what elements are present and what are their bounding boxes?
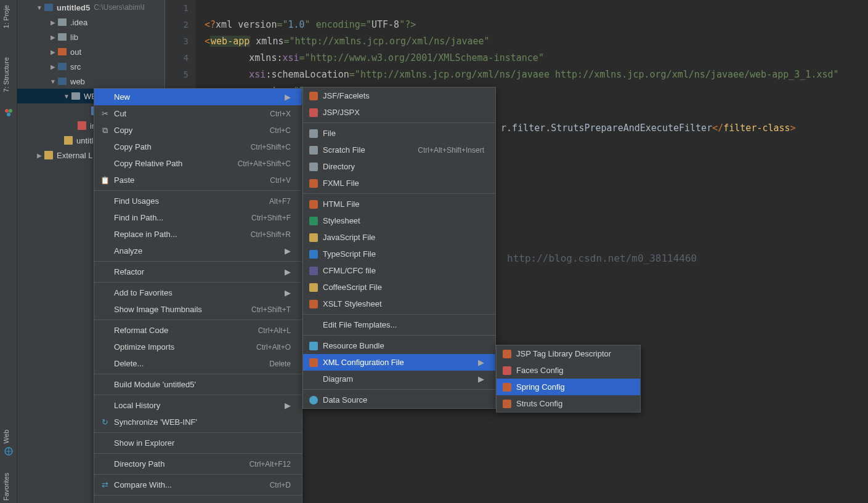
ib-cf-icon <box>308 266 319 276</box>
new-menu-item-file[interactable]: File <box>303 125 495 142</box>
tool-tab-structure[interactable]: 7: Structure <box>0 52 12 97</box>
new-menu-item-xslt-stylesheet[interactable]: XSLT Stylesheet <box>303 296 495 312</box>
new-menu-item-jsp-jspx[interactable]: JSP/JSPX <box>303 104 495 121</box>
tree-label: .idea <box>70 18 87 27</box>
main-menu-item-refactor[interactable]: Refactor▶ <box>94 264 302 280</box>
menu-item-label: Reformat Code <box>114 326 258 335</box>
new-menu-item-diagram[interactable]: Diagram▶ <box>303 371 495 387</box>
main-menu-item-add-to-favorites[interactable]: Add to Favorites▶ <box>94 284 302 301</box>
expand-icon[interactable] <box>63 93 70 100</box>
main-menu-item-find-usages[interactable]: Find UsagesAlt+F7 <box>94 193 302 209</box>
new-menu-item-scratch-file[interactable]: Scratch FileCtrl+Alt+Shift+Insert <box>303 142 495 158</box>
tool-tab-project[interactable]: 1: Proje <box>0 0 12 33</box>
main-menu-item-copy-path[interactable]: Copy PathCtrl+Shift+C <box>94 139 302 155</box>
xmlcfg-menu-item-jsp-tag-library-descriptor[interactable]: JSP Tag Library Descriptor <box>497 345 640 362</box>
menu-item-label: Compare With... <box>114 480 270 489</box>
main-menu-item-optimize-imports[interactable]: Optimize ImportsCtrl+Alt+O <box>94 339 302 355</box>
menu-item-label: JSP/JSPX <box>323 108 484 117</box>
ib-xml-icon <box>501 382 513 392</box>
menu-shortcut: Ctrl+Alt+Shift+Insert <box>418 146 484 155</box>
expand-icon[interactable] <box>49 49 57 55</box>
tree-web[interactable]: web <box>17 74 164 89</box>
folder-icon <box>58 63 67 70</box>
menu-item-label: JavaScript File <box>323 233 484 242</box>
main-menu-item-local-history[interactable]: Local History▶ <box>94 397 302 414</box>
new-menu-item-typescript-file[interactable]: TypeScript File <box>303 246 495 262</box>
menu-item-label: Local History <box>114 401 280 410</box>
main-menu-item-show-image-thumbnails[interactable]: Show Image ThumbnailsCtrl+Shift+T <box>94 301 302 318</box>
main-menu-item-paste[interactable]: 📋PasteCtrl+V <box>94 172 302 188</box>
new-menu-item-data-source[interactable]: Data Source <box>303 392 495 408</box>
blank-icon <box>308 374 319 384</box>
new-menu-item-cfml-cfc-file[interactable]: CFML/CFC file <box>303 262 495 279</box>
folder-icon <box>58 33 67 41</box>
blank-icon <box>99 359 110 369</box>
main-menu-item-compare-with[interactable]: ⇄Compare With...Ctrl+D <box>94 477 302 493</box>
main-menu-item-synchronize-web-inf[interactable]: ↻Synchronize 'WEB-INF' <box>94 414 302 430</box>
main-menu-item-new[interactable]: New▶ <box>94 89 302 105</box>
main-menu-item-mark-directory-as[interactable]: Mark Directory as▶ <box>94 497 302 503</box>
menu-shortcut: Ctrl+C <box>270 126 291 135</box>
expand-icon[interactable] <box>49 63 57 70</box>
new-menu-item-stylesheet[interactable]: Stylesheet <box>303 212 495 229</box>
menu-item-label: Edit File Templates... <box>323 320 484 329</box>
tree-idea[interactable]: .idea <box>17 15 164 30</box>
main-menu-item-show-in-explorer[interactable]: Show in Explorer <box>94 435 302 451</box>
ib-gray-icon <box>308 162 319 172</box>
main-menu-item-copy[interactable]: ⧉CopyCtrl+C <box>94 122 302 139</box>
main-menu-item-directory-path[interactable]: Directory PathCtrl+Alt+F12 <box>94 456 302 472</box>
module-icon <box>44 4 53 11</box>
tree-label: lib <box>70 33 78 42</box>
tool-tab-web[interactable]: Web <box>0 425 12 448</box>
xmlcfg-menu-item-struts-config[interactable]: Struts Config <box>497 395 640 412</box>
folder-icon <box>58 78 67 85</box>
tree-root[interactable]: untitled5 C:\Users\abim\I <box>17 0 164 15</box>
menu-item-label: FXML File <box>323 179 484 188</box>
line-number: 2 <box>165 17 189 33</box>
svg-point-0 <box>5 109 9 113</box>
library-icon <box>44 151 53 159</box>
tree-out[interactable]: out <box>17 44 164 59</box>
new-menu-item-jsf-facelets[interactable]: JSF/Facelets <box>303 87 495 104</box>
new-menu-item-fxml-file[interactable]: FXML File <box>303 175 495 191</box>
new-menu-item-resource-bundle[interactable]: Resource Bundle <box>303 337 495 354</box>
new-menu-item-coffeescript-file[interactable]: CoffeeScript File <box>303 279 495 296</box>
main-menu-item-copy-relative-path[interactable]: Copy Relative PathCtrl+Alt+Shift+C <box>94 155 302 172</box>
submenu-arrow-icon: ▶ <box>478 374 484 384</box>
menu-item-label: XML Configuration File <box>323 358 473 367</box>
new-menu-item-xml-configuration-file[interactable]: XML Configuration File▶ <box>303 354 495 371</box>
expand-icon[interactable] <box>49 34 57 41</box>
new-menu-item-javascript-file[interactable]: JavaScript File <box>303 229 495 246</box>
tree-lib[interactable]: lib <box>17 30 164 44</box>
expand-icon[interactable] <box>49 19 57 26</box>
expand-icon[interactable] <box>36 152 43 159</box>
main-menu-item-cut[interactable]: ✂CutCtrl+X <box>94 105 302 122</box>
new-menu-item-edit-file-templates[interactable]: Edit File Templates... <box>303 316 495 333</box>
new-menu-item-directory[interactable]: Directory <box>303 158 495 175</box>
tool-tab-favorites[interactable]: Favorites <box>0 468 12 503</box>
expand-icon[interactable] <box>36 4 43 11</box>
menu-separator <box>303 335 495 336</box>
menu-item-label: Build Module 'untitled5' <box>114 380 291 389</box>
new-menu-item-html-file[interactable]: HTML File <box>303 196 495 212</box>
main-menu-item-build-module-untitled5[interactable]: Build Module 'untitled5' <box>94 376 302 393</box>
menu-separator <box>94 190 302 191</box>
blank-icon <box>99 305 110 315</box>
xmlcfg-menu-item-faces-config[interactable]: Faces Config <box>497 362 640 379</box>
folder-icon <box>58 18 67 26</box>
tool-icon-unknown[interactable] <box>4 108 14 118</box>
xmlcfg-menu-item-spring-config[interactable]: Spring Config <box>497 379 640 395</box>
main-menu-item-reformat-code[interactable]: Reformat CodeCtrl+Alt+L <box>94 322 302 339</box>
menu-separator <box>94 320 302 320</box>
main-menu-item-delete[interactable]: Delete...Delete <box>94 355 302 372</box>
ib-xml-icon <box>501 399 513 409</box>
menu-separator <box>303 389 495 390</box>
code-line: xmlns:xsi="http://www.w3.org/2001/XMLSch… <box>199 52 544 63</box>
menu-item-label: Copy Path <box>114 142 251 151</box>
expand-icon[interactable] <box>49 78 57 85</box>
main-menu-item-analyze[interactable]: Analyze▶ <box>94 243 302 259</box>
main-menu-item-replace-in-path[interactable]: Replace in Path...Ctrl+Shift+R <box>94 226 302 243</box>
ib-orange-icon <box>308 91 319 101</box>
main-menu-item-find-in-path[interactable]: Find in Path...Ctrl+Shift+F <box>94 209 302 226</box>
tree-src[interactable]: src <box>17 59 164 74</box>
